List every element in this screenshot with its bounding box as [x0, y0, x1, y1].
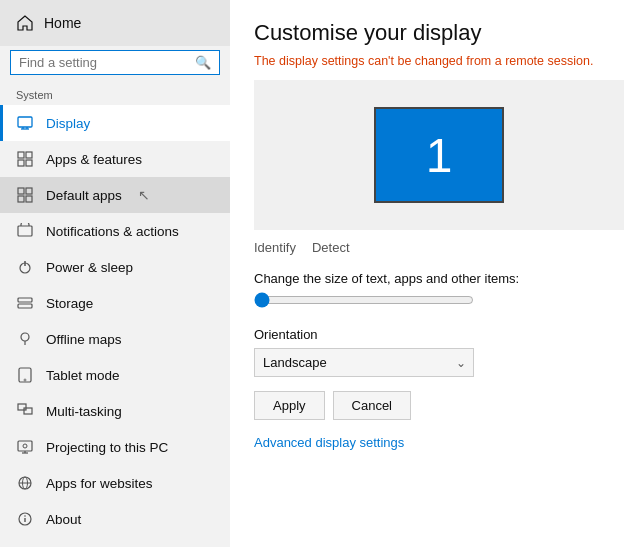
svg-rect-8 — [18, 188, 24, 194]
sidebar-item-tablet-mode-label: Tablet mode — [46, 368, 120, 383]
size-slider[interactable] — [254, 292, 474, 308]
svg-rect-7 — [26, 160, 32, 166]
size-label: Change the size of text, apps and other … — [254, 271, 616, 286]
sidebar-item-apps-websites-label: Apps for websites — [46, 476, 153, 491]
projecting-icon — [16, 438, 34, 456]
main-content: Customise your display The display setti… — [230, 0, 640, 547]
offline-maps-icon — [16, 330, 34, 348]
sidebar-item-power-label: Power & sleep — [46, 260, 133, 275]
sidebar-item-apps-features-label: Apps & features — [46, 152, 142, 167]
sidebar-item-apps-features[interactable]: Apps & features — [0, 141, 230, 177]
advanced-display-settings-link[interactable]: Advanced display settings — [254, 435, 404, 450]
sidebar-item-projecting[interactable]: Projecting to this PC — [0, 429, 230, 465]
sidebar-item-about-label: About — [46, 512, 81, 527]
cancel-button[interactable]: Cancel — [333, 391, 411, 420]
orientation-label: Orientation — [254, 327, 616, 342]
search-input[interactable] — [19, 55, 195, 70]
sidebar-item-multitasking-label: Multi-tasking — [46, 404, 122, 419]
svg-rect-6 — [18, 160, 24, 166]
notifications-icon — [16, 222, 34, 240]
sidebar-item-notifications-label: Notifications & actions — [46, 224, 179, 239]
sidebar-item-apps-websites[interactable]: Apps for websites — [0, 465, 230, 501]
svg-rect-15 — [18, 298, 32, 302]
sidebar-item-notifications[interactable]: Notifications & actions — [0, 213, 230, 249]
svg-rect-9 — [26, 188, 32, 194]
svg-rect-16 — [18, 304, 32, 308]
svg-rect-18 — [19, 368, 31, 382]
sidebar-item-power[interactable]: Power & sleep — [0, 249, 230, 285]
display-box: 1 — [374, 107, 504, 203]
sidebar-item-tablet-mode[interactable]: Tablet mode — [0, 357, 230, 393]
sidebar-item-offline-maps[interactable]: Offline maps — [0, 321, 230, 357]
sidebar-item-display-label: Display — [46, 116, 90, 131]
svg-point-25 — [23, 444, 27, 448]
apply-button[interactable]: Apply — [254, 391, 325, 420]
orientation-section: Orientation Landscape Portrait Landscape… — [254, 327, 616, 377]
cursor-indicator: ↖ — [138, 187, 150, 203]
sidebar-item-display[interactable]: Display — [0, 105, 230, 141]
svg-rect-20 — [18, 404, 26, 410]
svg-rect-12 — [18, 226, 32, 236]
sidebar: Home 🔍 System Display Apps & fea — [0, 0, 230, 547]
detect-link[interactable]: Detect — [312, 240, 350, 255]
sidebar-item-default-apps-label: Default apps — [46, 188, 122, 203]
search-box[interactable]: 🔍 — [10, 50, 220, 75]
apps-websites-icon — [16, 474, 34, 492]
sidebar-item-offline-maps-label: Offline maps — [46, 332, 122, 347]
display-icon — [16, 114, 34, 132]
about-icon — [16, 510, 34, 528]
sidebar-item-default-apps[interactable]: Default apps ↖ — [0, 177, 230, 213]
svg-point-19 — [24, 379, 26, 381]
svg-rect-22 — [18, 441, 32, 451]
identify-detect-row: Identify Detect — [254, 240, 616, 255]
sidebar-item-about[interactable]: About — [0, 501, 230, 537]
power-icon — [16, 258, 34, 276]
tablet-mode-icon — [16, 366, 34, 384]
search-icon: 🔍 — [195, 55, 211, 70]
orientation-select[interactable]: Landscape Portrait Landscape (flipped) P… — [254, 348, 474, 377]
system-section-label: System — [0, 83, 230, 105]
home-label: Home — [44, 15, 81, 31]
page-title: Customise your display — [254, 20, 616, 46]
sidebar-item-storage-label: Storage — [46, 296, 93, 311]
multitasking-icon — [16, 402, 34, 420]
identify-link[interactable]: Identify — [254, 240, 296, 255]
error-message: The display settings can't be changed fr… — [254, 54, 616, 68]
action-buttons-row: Apply Cancel — [254, 391, 616, 420]
svg-rect-11 — [26, 196, 32, 202]
sidebar-item-storage[interactable]: Storage — [0, 285, 230, 321]
sidebar-item-projecting-label: Projecting to this PC — [46, 440, 168, 455]
home-icon — [16, 14, 34, 32]
apps-features-icon — [16, 150, 34, 168]
svg-point-31 — [24, 515, 26, 517]
svg-rect-4 — [18, 152, 24, 158]
sidebar-item-multitasking[interactable]: Multi-tasking — [0, 393, 230, 429]
orientation-select-wrapper[interactable]: Landscape Portrait Landscape (flipped) P… — [254, 348, 474, 377]
svg-rect-21 — [24, 408, 32, 414]
svg-rect-10 — [18, 196, 24, 202]
default-apps-icon — [16, 186, 34, 204]
svg-rect-5 — [26, 152, 32, 158]
display-number: 1 — [426, 128, 453, 183]
size-slider-section: Change the size of text, apps and other … — [254, 271, 616, 311]
storage-icon — [16, 294, 34, 312]
home-button[interactable]: Home — [0, 0, 230, 46]
display-preview: 1 — [254, 80, 624, 230]
svg-rect-0 — [18, 117, 32, 127]
